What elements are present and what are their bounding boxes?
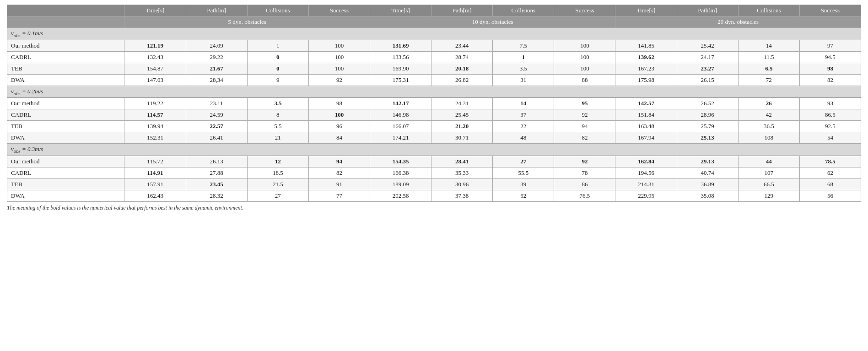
data-cell: 154.35	[370, 156, 431, 167]
method-cell: Our method	[7, 156, 124, 167]
data-cell: 40.74	[677, 167, 738, 178]
data-cell: 72	[738, 74, 799, 86]
data-cell: 152.31	[124, 132, 186, 144]
data-cell: 68	[799, 178, 861, 190]
footnote: The meaning of the bold values is the nu…	[7, 205, 861, 211]
table-row: TEB139.9422.575.596166.0721.202294163.48…	[7, 121, 861, 132]
method-cell: DWA	[7, 190, 124, 201]
data-cell: 28.41	[431, 156, 493, 167]
data-cell: 84	[308, 132, 370, 144]
data-cell: 42	[738, 109, 799, 121]
data-cell: 37	[493, 109, 554, 121]
col-coll1: Collisions	[247, 5, 308, 16]
col-coll2: Collisions	[493, 5, 554, 16]
method-cell: CADRL	[7, 51, 124, 63]
col-succ3: Success	[799, 5, 861, 16]
data-cell: 35.33	[431, 167, 493, 178]
data-cell: 56	[799, 190, 861, 201]
data-cell: 107	[738, 167, 799, 178]
data-cell: 154.87	[124, 63, 186, 74]
group-5dyn: 5 dyn. obstacles	[124, 16, 370, 28]
data-cell: 23.44	[431, 40, 493, 51]
data-cell: 28.32	[186, 190, 247, 201]
col-path2: Path[m]	[431, 5, 493, 16]
data-cell: 55.5	[493, 167, 554, 178]
data-cell: 48	[493, 132, 554, 144]
data-cell: 14	[493, 98, 554, 109]
data-cell: 21.20	[431, 121, 493, 132]
data-cell: 27	[247, 190, 308, 201]
data-cell: 132.43	[124, 51, 186, 63]
col-path3: Path[m]	[677, 5, 738, 16]
data-cell: 24.17	[677, 51, 738, 63]
data-cell: 26.15	[677, 74, 738, 86]
data-cell: 14	[738, 40, 799, 51]
data-cell: 8	[247, 109, 308, 121]
data-cell: 21.5	[247, 178, 308, 190]
table-row: DWA147.0328,34992175.3126.823188175.9826…	[7, 74, 861, 86]
data-cell: 88	[554, 74, 615, 86]
data-cell: 141.85	[615, 40, 677, 51]
col-succ1: Success	[308, 5, 370, 16]
data-cell: 23.27	[677, 63, 738, 74]
data-cell: 54	[799, 132, 861, 144]
data-cell: 175.31	[370, 74, 431, 86]
table-row: DWA152.3126.412184174.2130.714882167.942…	[7, 132, 861, 144]
table-row: CADRL132.4329.220100133.5628.741100139.6…	[7, 51, 861, 63]
data-cell: 139.62	[615, 51, 677, 63]
data-cell: 26.52	[677, 98, 738, 109]
data-cell: 96	[308, 121, 370, 132]
data-cell: 30.71	[431, 132, 493, 144]
data-cell: 162.43	[124, 190, 186, 201]
data-cell: 3.5	[247, 98, 308, 109]
method-cell: CADRL	[7, 109, 124, 121]
data-cell: 92.5	[799, 121, 861, 132]
data-cell: 167.23	[615, 63, 677, 74]
header-row-2: 5 dyn. obstacles 10 dyn. obstacles 20 dy…	[7, 16, 861, 28]
data-cell: 94	[554, 121, 615, 132]
data-cell: 86	[554, 178, 615, 190]
data-cell: 27	[493, 156, 554, 167]
data-cell: 29.22	[186, 51, 247, 63]
section-header-1: vobs = 0.2m/s	[7, 86, 861, 98]
data-cell: 100	[308, 51, 370, 63]
data-cell: 100	[554, 51, 615, 63]
data-cell: 174.21	[370, 132, 431, 144]
data-cell: 36.5	[738, 121, 799, 132]
data-cell: 169.90	[370, 63, 431, 74]
data-cell: 22.57	[186, 121, 247, 132]
data-cell: 82	[554, 132, 615, 144]
data-cell: 114.91	[124, 167, 186, 178]
data-cell: 162.84	[615, 156, 677, 167]
data-cell: 6.5	[738, 63, 799, 74]
group-10dyn: 10 dyn. obstacles	[370, 16, 615, 28]
method-cell: TEB	[7, 121, 124, 132]
data-cell: 5.5	[247, 121, 308, 132]
data-cell: 3.5	[493, 63, 554, 74]
data-cell: 93	[799, 98, 861, 109]
data-cell: 214.31	[615, 178, 677, 190]
data-cell: 20.18	[431, 63, 493, 74]
data-cell: 100	[554, 40, 615, 51]
data-cell: 1	[493, 51, 554, 63]
data-cell: 86.5	[799, 109, 861, 121]
data-cell: 28,34	[186, 74, 247, 86]
data-cell: 25.79	[677, 121, 738, 132]
table-row: Our method115.7226.131294154.3528.412792…	[7, 156, 861, 167]
data-cell: 22	[493, 121, 554, 132]
data-cell: 229.95	[615, 190, 677, 201]
data-cell: 147.03	[124, 74, 186, 86]
data-cell: 25.42	[677, 40, 738, 51]
table-row: Our method119.2223.113.598142.1724.31149…	[7, 98, 861, 109]
data-cell: 52	[493, 190, 554, 201]
data-cell: 121.19	[124, 40, 186, 51]
data-cell: 82	[308, 167, 370, 178]
method-cell: DWA	[7, 74, 124, 86]
data-cell: 92	[308, 74, 370, 86]
data-cell: 26	[738, 98, 799, 109]
data-cell: 142.57	[615, 98, 677, 109]
empty-header	[7, 5, 124, 16]
data-cell: 9	[247, 74, 308, 86]
group-20dyn: 20 dyn. obstacles	[615, 16, 861, 28]
data-cell: 100	[308, 109, 370, 121]
